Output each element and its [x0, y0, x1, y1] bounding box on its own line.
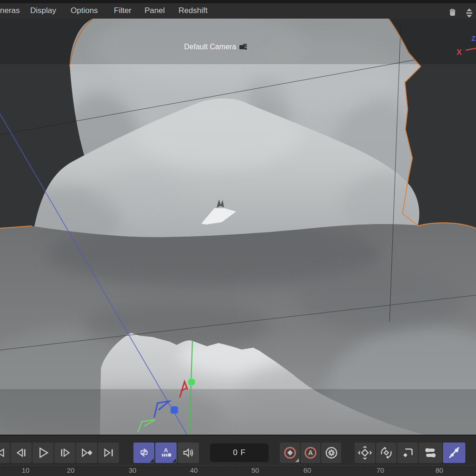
record-toggles-button[interactable] — [419, 443, 442, 463]
goto-next-key-button[interactable] — [76, 443, 97, 463]
svg-text:A: A — [308, 449, 313, 456]
camera-name-text: Default Camera — [184, 43, 236, 51]
ruler-tick-label: 50 — [251, 466, 259, 474]
axis-x-label: X — [456, 48, 462, 57]
menu-item-panel[interactable]: Panel — [145, 3, 165, 19]
camera-icon — [239, 43, 248, 51]
menu-item-redshift[interactable]: Redshift — [178, 3, 207, 19]
current-frame-value: 0 F — [233, 448, 246, 457]
loop-playback-button[interactable] — [133, 443, 154, 463]
ruler-tick-label: 60 — [304, 466, 311, 474]
y-axis-handle[interactable] — [188, 378, 195, 386]
film-gate-bottom-band — [0, 389, 476, 435]
pan-hand-icon[interactable] — [447, 7, 458, 19]
menu-item-cameras[interactable]: neras — [0, 3, 20, 19]
active-camera-label[interactable]: Default Camera — [180, 41, 251, 53]
ruler-tick-dots — [0, 465, 476, 466]
ruler-tick-label: 20 — [67, 466, 75, 474]
menu-item-options[interactable]: Options — [71, 3, 98, 19]
menu-bar: neras Display Options Filter Panel Redsh… — [0, 3, 476, 19]
window-top-strip — [0, 0, 476, 3]
ruler-tick-label: 80 — [436, 466, 443, 474]
record-position-button[interactable] — [355, 443, 375, 463]
viewport-canvas[interactable]: X Z Default Camera : Scene Grid Spacing … — [0, 19, 476, 435]
z-axis-handle[interactable] — [171, 406, 178, 414]
move-vertical-icon[interactable] — [463, 7, 475, 19]
pla-disabled-button[interactable] — [443, 443, 465, 463]
keyframe-selection-mode-button[interactable]: A — [155, 443, 177, 463]
goto-start-button[interactable] — [0, 443, 10, 463]
record-parameter-button[interactable] — [397, 443, 418, 463]
autokeying-button[interactable]: A — [301, 443, 320, 463]
record-keyframe-button[interactable] — [280, 443, 300, 463]
goto-end-button[interactable] — [98, 443, 119, 463]
ruler-tick-label: 40 — [190, 466, 198, 474]
record-rotation-button[interactable] — [376, 443, 397, 463]
play-sound-button[interactable] — [178, 443, 199, 463]
transport-bar: A 0 F A — [0, 435, 476, 465]
svg-text:A: A — [164, 447, 168, 454]
ruler-tick-label: 30 — [129, 466, 137, 474]
keyframe-settings-button[interactable] — [321, 443, 341, 463]
ruler-tick-label: 70 — [377, 466, 384, 474]
axis-z-label: Z — [471, 34, 476, 42]
menu-item-filter[interactable]: Filter — [114, 3, 132, 19]
next-frame-button[interactable] — [54, 443, 75, 463]
menu-item-display[interactable]: Display — [30, 3, 56, 19]
current-frame-field[interactable]: 0 F — [210, 443, 269, 462]
previous-frame-button[interactable] — [11, 443, 32, 463]
viewport-scene: X Z — [0, 19, 476, 435]
play-forwards-button[interactable] — [33, 443, 53, 463]
timeline-ruler[interactable]: 10 20 30 40 50 60 70 80 — [0, 465, 476, 476]
ruler-tick-label: 10 — [22, 466, 30, 474]
